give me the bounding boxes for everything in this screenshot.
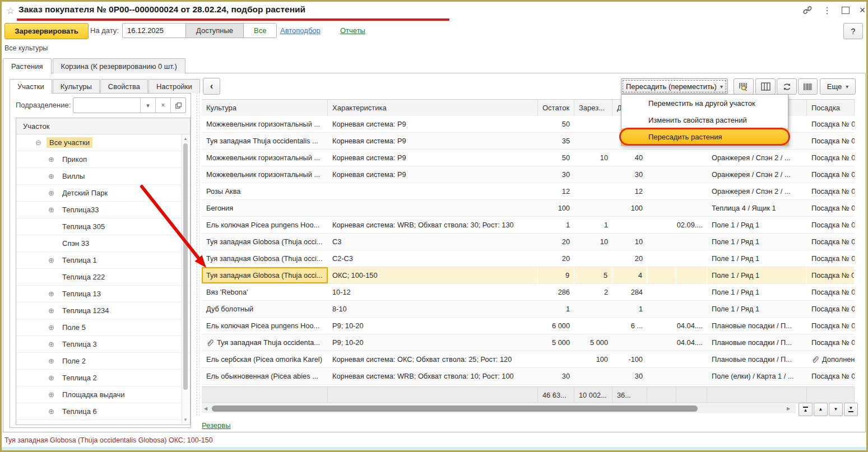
link-icon[interactable] <box>800 3 815 17</box>
sidebar-tab-3[interactable]: Настройки <box>148 79 200 93</box>
tree-item[interactable]: ⊕Теплица 1234 <box>16 302 190 319</box>
go-last-button[interactable]: ▼ <box>844 403 858 416</box>
tree-item[interactable]: ⊕Площадка выдачи <box>16 386 190 403</box>
menu-item-2[interactable]: Пересадить растения <box>621 128 788 145</box>
reports-link[interactable]: Отчеты <box>340 26 365 35</box>
column-header-1[interactable]: Характеристика <box>328 100 538 116</box>
tree-item[interactable]: ⊕Поле 5 <box>16 319 190 336</box>
date-input[interactable]: 16.12.2025 <box>122 23 188 38</box>
menu-item-1[interactable]: Изменить свойства растений <box>621 111 788 128</box>
table-row[interactable]: Ель колючая Picea pungens Hoo...Корневая… <box>202 217 855 234</box>
combo-open-icon[interactable] <box>170 98 185 113</box>
tab-plants[interactable]: Растения <box>3 58 52 74</box>
expand-icon[interactable]: ⊕ <box>47 172 55 180</box>
tree-item[interactable]: ⊕Поле 2 <box>16 353 190 370</box>
column-header-3[interactable]: Зарез... <box>574 100 612 116</box>
table-row[interactable]: Туя западная Globosa (Thuja occi...C2-C3… <box>202 250 855 267</box>
tree-item[interactable]: Теплица 222 <box>16 269 190 286</box>
expand-icon[interactable]: ⊕ <box>47 424 55 425</box>
expand-icon[interactable]: ⊕ <box>47 357 55 365</box>
tree-item[interactable]: Спэн 33 <box>16 235 190 252</box>
tree-item[interactable]: Теплица 305 <box>16 218 190 235</box>
table-row[interactable]: Можжевельник горизонтальный ...Корневая … <box>202 166 855 183</box>
expand-icon[interactable]: ⊕ <box>47 390 55 399</box>
expand-icon[interactable]: ⊕ <box>47 290 55 298</box>
go-next-button[interactable]: ▼ <box>829 403 843 416</box>
barcode-icon[interactable] <box>798 78 818 95</box>
expand-icon[interactable]: ⊕ <box>47 323 55 332</box>
table-row[interactable]: Бегония100100Теплица 4 / Ящик 1Посадка №… <box>202 200 855 217</box>
tree-scroll-thumb[interactable] <box>183 143 188 390</box>
tree-item[interactable]: ⊕Теплица 6 <box>16 403 190 420</box>
hscroll-thumb[interactable] <box>212 406 698 412</box>
combo-clear-icon[interactable]: × <box>155 98 170 113</box>
tree-item[interactable]: ⊕Теплица 1 <box>16 252 190 269</box>
tree-item[interactable]: ⊖Все участки <box>16 134 190 151</box>
favorite-star-icon[interactable]: ☆ <box>6 5 15 17</box>
tree-item[interactable]: ⊕Теплица 2 <box>16 370 190 386</box>
go-first-button[interactable]: ▲ <box>799 403 813 416</box>
barcode-search-icon[interactable] <box>734 78 754 95</box>
tree-scrollbar[interactable]: ▲ ▼ <box>182 134 189 424</box>
go-prev-button[interactable]: ▲ <box>814 403 828 416</box>
autopick-link[interactable]: Автоподбор <box>280 26 321 35</box>
cell-1: Корневая система: P9 <box>328 116 538 132</box>
expand-icon[interactable]: ⊕ <box>47 340 55 348</box>
table-row[interactable]: Розы Аква1212Оранжерея / Спэн 2 / ...Пос… <box>202 183 855 200</box>
tab-basket[interactable]: Корзина (К резервированию 0 шт.) <box>53 58 185 73</box>
expand-icon[interactable]: ⊕ <box>47 256 55 264</box>
toggle-available[interactable]: Доступные <box>186 24 244 38</box>
more-icon[interactable]: ⋮ <box>820 3 834 17</box>
expand-icon[interactable]: ⊕ <box>47 206 55 214</box>
expand-icon[interactable]: ⊕ <box>47 374 55 382</box>
department-combo[interactable]: ▾ × <box>73 97 186 113</box>
table-row[interactable]: Туя западная Globosa (Thuja occi...ОКС; … <box>202 267 855 284</box>
combo-dropdown-icon[interactable]: ▾ <box>140 98 155 113</box>
expand-icon[interactable]: ⊕ <box>47 306 55 315</box>
table-row[interactable]: Дуб болотный8-1011Поле 1 / Ряд 1Посадка … <box>202 301 855 318</box>
table-row[interactable]: Туя западная Thuja occidenta...P9; 10-20… <box>202 334 855 351</box>
expand-icon[interactable]: ⊕ <box>47 155 55 164</box>
horizontal-scrollbar[interactable]: ◀ ▶ <box>202 404 796 413</box>
collapse-icon[interactable]: ⊖ <box>34 138 43 147</box>
tree-item[interactable]: ⊕Детский Парк <box>16 185 190 202</box>
availability-toggle[interactable]: Доступные Все <box>185 23 277 38</box>
columns-icon[interactable] <box>755 78 776 95</box>
tree-item[interactable]: ⊕Поле 3 <box>16 420 190 425</box>
sidebar-tab-2[interactable]: Свойства <box>100 79 148 93</box>
table-row[interactable]: Ель сербская (Picea omorika Karel)Корнев… <box>202 351 855 368</box>
table-row[interactable]: Можжевельник горизонтальный ...Корневая … <box>202 150 855 166</box>
more-actions-button[interactable]: Еще▾ <box>820 78 856 95</box>
tree-item[interactable]: ⊕Теплица 3 <box>16 336 190 353</box>
column-header-0[interactable]: Культура <box>202 100 328 116</box>
maximize-icon[interactable] <box>838 3 853 17</box>
tree-item[interactable]: ⊕Прикоп <box>16 151 190 168</box>
table-row[interactable]: Туя западная Globosa (Thuja occi...C3201… <box>202 234 855 250</box>
scroll-down-icon[interactable]: ▼ <box>182 417 189 422</box>
back-button[interactable]: ‹ <box>203 78 220 95</box>
transplant-move-button[interactable]: Пересадить (переместить)▾ <box>621 78 728 94</box>
sidebar-tab-1[interactable]: Культуры <box>53 79 100 93</box>
scroll-right-icon[interactable]: ▶ <box>787 406 790 411</box>
reserves-link[interactable]: Резервы <box>202 421 231 430</box>
table-row[interactable]: Ель колючая Picea pungens Hoo...P9; 10-2… <box>202 318 855 334</box>
close-icon[interactable]: × <box>855 3 868 17</box>
pane-splitter[interactable] <box>197 78 199 416</box>
expand-icon[interactable]: ⊕ <box>47 407 55 416</box>
toggle-all[interactable]: Все <box>244 24 276 38</box>
sidebar-tab-0[interactable]: Участки <box>10 79 52 94</box>
help-button[interactable]: ? <box>843 23 863 39</box>
expand-icon[interactable]: ⊕ <box>47 189 55 197</box>
refresh-icon[interactable] <box>777 78 797 95</box>
tree-item[interactable]: ⊕Виллы <box>16 168 190 185</box>
column-header-2[interactable]: Остаток <box>538 100 574 116</box>
tree-item[interactable]: ⊕Теплица 13 <box>16 286 190 302</box>
menu-item-0[interactable]: Переместить на другой участок <box>621 95 788 111</box>
table-row[interactable]: Вяз 'Rebona'10-122862284Поле 1 / Ряд 1По… <box>202 284 855 301</box>
tree-item[interactable]: ⊕Теплица33 <box>16 202 190 218</box>
reserve-button[interactable]: Зарезервировать <box>4 23 89 39</box>
column-header-8[interactable]: Посадка <box>807 100 855 116</box>
scroll-left-icon[interactable]: ◀ <box>204 406 207 411</box>
scroll-up-icon[interactable]: ▲ <box>182 136 189 141</box>
table-row[interactable]: Ель обыкновенная (Picea abies ...Корнева… <box>202 368 855 385</box>
